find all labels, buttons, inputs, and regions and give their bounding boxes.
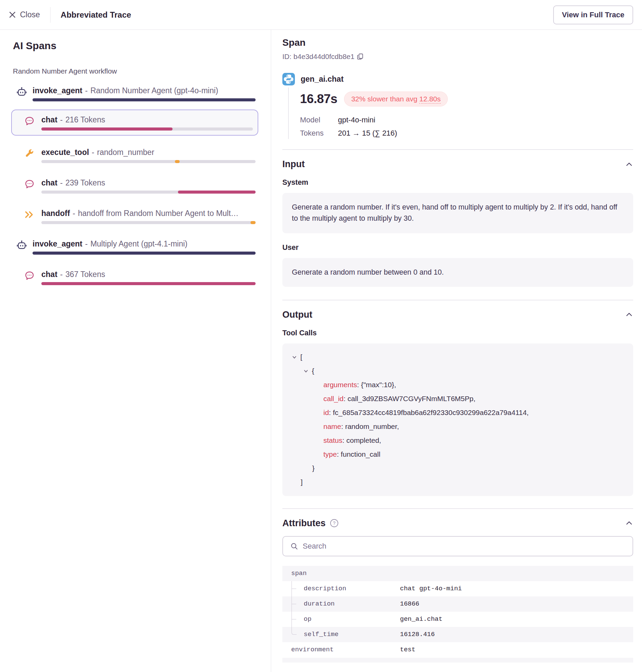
attr-row-environment: environmenttest [282, 642, 633, 657]
top-bar: Close Abbreviated Trace View in Full Tra… [0, 0, 642, 30]
span-id-label: ID: [282, 53, 292, 61]
section-divider [282, 508, 633, 509]
chat-icon [24, 270, 35, 281]
avg-duration-link[interactable]: 12.80s [419, 95, 441, 104]
chat-icon [24, 179, 35, 189]
output-section-title: Output [282, 309, 312, 320]
tokens-value: 201 → 15 (∑ 216) [338, 129, 397, 138]
chevron-down-icon[interactable] [292, 355, 297, 360]
span-op: chat [41, 178, 57, 187]
chevron-down-icon[interactable] [303, 369, 308, 373]
topbar-divider [50, 7, 51, 23]
span-desc: random_number [97, 148, 154, 157]
span-row-invoke-agent-2[interactable]: invoke_agent-Multiply Agent (gpt-4.1-min… [13, 239, 256, 255]
span-op-name: gen_ai.chat [301, 75, 344, 84]
robot-icon [17, 87, 27, 97]
robot-icon [17, 240, 27, 250]
attributes-search[interactable] [282, 536, 633, 556]
json-field: id: fc_685a73324cc4819fbab6a62f92330c930… [291, 406, 624, 420]
json-field: type: function_call [291, 447, 624, 461]
model-value: gpt-4o-mini [338, 116, 375, 124]
attr-row-op: opgen_ai.chat [282, 612, 633, 627]
user-prompt-box: Generate a random number between 0 and 1… [282, 258, 633, 287]
attr-row-description: descriptionchat gpt-4o-mini [282, 581, 633, 596]
span-desc: 216 Tokens [65, 115, 105, 124]
close-button[interactable]: Close [9, 10, 40, 19]
search-input[interactable] [303, 542, 625, 550]
wrench-icon [24, 149, 34, 159]
span-row-chat-1-selected[interactable]: chat-216 Tokens [11, 110, 258, 136]
span-detail-heading: Span [282, 37, 633, 48]
attr-row-span: span [282, 566, 633, 581]
tokens-label: Tokens [300, 129, 338, 138]
system-prompt-box: Generate a random number. If it's even, … [282, 193, 633, 233]
svg-text:?: ? [333, 520, 336, 526]
attr-row-partial [282, 658, 633, 662]
ai-spans-panel: AI Spans Random Number Agent workflow in… [0, 30, 271, 672]
span-duration-bar [41, 127, 253, 130]
span-op: invoke_agent [33, 239, 82, 248]
attr-row-duration: duration16866 [282, 596, 633, 612]
json-field: name: random_number, [291, 420, 624, 434]
tool-calls-label: Tool Calls [282, 329, 633, 337]
span-duration-bar [41, 221, 256, 224]
close-label: Close [20, 10, 40, 19]
chat-icon [24, 116, 35, 126]
span-row-chat-2[interactable]: chat-239 Tokens [13, 178, 256, 194]
copy-icon[interactable] [357, 53, 364, 60]
span-desc: Multiply Agent (gpt-4.1-mini) [90, 239, 188, 248]
search-icon [291, 543, 298, 550]
span-metrics: 16.87s 32% slower than avg 12.80s Modelg… [288, 88, 633, 139]
python-icon [282, 73, 295, 86]
json-field: call_id: call_3d9ZBSAW7CGVyFNmMLT6M5Pp, [291, 392, 624, 406]
ai-spans-heading: AI Spans [13, 40, 259, 52]
span-op: handoff [41, 209, 70, 218]
close-icon [9, 11, 16, 18]
attributes-table: span descriptionchat gpt-4o-mini duratio… [282, 566, 633, 662]
slower-than-avg-badge: 32% slower than avg 12.80s [344, 91, 448, 106]
json-close-brace: } [291, 461, 624, 476]
span-duration-bar [33, 98, 256, 101]
span-duration-bar [41, 160, 256, 163]
span-id-value: b4e3d44d0fcdb8e1 [294, 53, 355, 61]
span-op: invoke_agent [33, 86, 82, 95]
span-row-invoke-agent-1[interactable]: invoke_agent-Random Number Agent (gpt-4o… [13, 86, 256, 101]
view-in-full-trace-button[interactable]: View in Full Trace [553, 5, 633, 24]
help-icon[interactable]: ? [330, 519, 339, 528]
span-list: invoke_agent-Random Number Agent (gpt-4o… [13, 86, 256, 285]
span-duration: 16.87s [300, 92, 337, 106]
span-desc: handoff from Random Number Agent to Mult… [78, 209, 239, 218]
workflow-label: Random Number Agent workflow [13, 67, 259, 75]
span-row-chat-3[interactable]: chat-367 Tokens [13, 270, 256, 285]
span-row-handoff[interactable]: handoff-handoff from Random Number Agent… [13, 209, 256, 224]
span-op: execute_tool [41, 148, 89, 157]
span-duration-bar [41, 282, 256, 285]
section-divider [282, 149, 633, 150]
json-open-brace: { [312, 367, 314, 375]
span-desc: Random Number Agent (gpt-4o-mini) [90, 86, 218, 95]
span-op: chat [41, 270, 57, 279]
user-label: User [282, 243, 633, 252]
input-section-title: Input [282, 159, 305, 169]
span-desc: 239 Tokens [65, 178, 105, 187]
attributes-section-title: Attributes [282, 518, 326, 529]
attr-row-self-time: self_time16128.416 [282, 627, 633, 642]
model-label: Model [300, 116, 338, 124]
span-desc: 367 Tokens [65, 270, 105, 279]
system-label: System [282, 178, 633, 187]
collapse-attributes-icon[interactable] [625, 519, 633, 527]
collapse-input-icon[interactable] [625, 160, 633, 168]
span-duration-bar [41, 191, 256, 194]
json-close-bracket: ] [291, 476, 624, 489]
drawer-title: Abbreviated Trace [61, 10, 131, 20]
span-row-execute-tool[interactable]: execute_tool-random_number [13, 148, 256, 163]
json-open-bracket: [ [300, 353, 303, 361]
section-divider [282, 300, 633, 301]
handoff-icon [24, 210, 35, 220]
span-op: chat [41, 115, 57, 124]
span-detail-panel: Span ID: b4e3d44d0fcdb8e1 gen_ai.chat 16… [271, 30, 642, 672]
tool-calls-json: [ { arguments: {"max":10}, call_id: call… [282, 343, 633, 496]
span-duration-bar [33, 252, 256, 255]
collapse-output-icon[interactable] [625, 310, 633, 319]
json-field: arguments: {"max":10}, [291, 378, 624, 392]
